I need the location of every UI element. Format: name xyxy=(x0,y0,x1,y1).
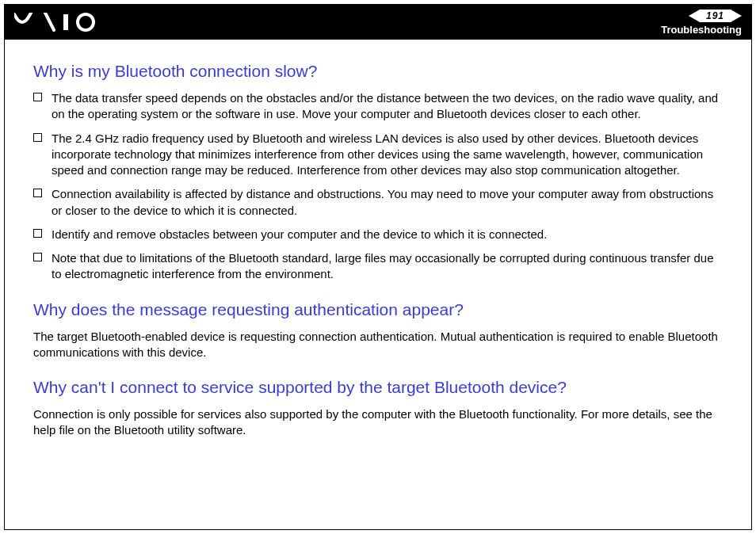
question-heading-2: Why does the message requesting authenti… xyxy=(33,300,723,319)
next-page-arrow-icon[interactable] xyxy=(731,10,742,22)
section-label: Troubleshooting xyxy=(661,24,742,36)
svg-rect-0 xyxy=(63,14,68,30)
page-nav: 191 xyxy=(689,10,742,22)
content-area: Why is my Bluetooth connection slow? The… xyxy=(5,40,751,447)
bullet-text: The data transfer speed depends on the o… xyxy=(52,90,723,123)
header-right: 191 Troubleshooting xyxy=(661,10,742,36)
svg-point-1 xyxy=(78,14,94,30)
page-frame: 191 Troubleshooting Why is my Bluetooth … xyxy=(4,4,752,530)
prev-page-arrow-icon[interactable] xyxy=(689,10,700,22)
question-heading-3: Why can't I connect to service supported… xyxy=(33,378,723,397)
list-item: The data transfer speed depends on the o… xyxy=(33,90,723,123)
question-heading-1: Why is my Bluetooth connection slow? xyxy=(33,62,723,81)
bullet-square-icon xyxy=(33,93,42,101)
bullet-square-icon xyxy=(33,253,42,261)
bullet-text: The 2.4 GHz radio frequency used by Blue… xyxy=(52,131,723,179)
paragraph-3: Connection is only possible for services… xyxy=(33,406,723,439)
bullet-text: Identify and remove obstacles between yo… xyxy=(52,227,547,242)
vaio-logo xyxy=(14,13,101,32)
vaio-logo-svg xyxy=(14,13,101,32)
bullet-text: Note that due to limitations of the Blue… xyxy=(52,250,723,283)
paragraph-2: The target Bluetooth-enabled device is r… xyxy=(33,329,723,361)
bullet-square-icon xyxy=(33,133,42,142)
page-number: 191 xyxy=(700,10,731,22)
bullet-text: Connection availability is affected by d… xyxy=(52,186,723,219)
list-item: Note that due to limitations of the Blue… xyxy=(33,250,723,283)
bullet-list-1: The data transfer speed depends on the o… xyxy=(33,90,723,283)
list-item: Identify and remove obstacles between yo… xyxy=(33,227,723,242)
header-bar: 191 Troubleshooting xyxy=(5,5,751,40)
bullet-square-icon xyxy=(33,229,42,238)
bullet-square-icon xyxy=(33,189,42,197)
list-item: The 2.4 GHz radio frequency used by Blue… xyxy=(33,131,723,179)
list-item: Connection availability is affected by d… xyxy=(33,186,723,219)
